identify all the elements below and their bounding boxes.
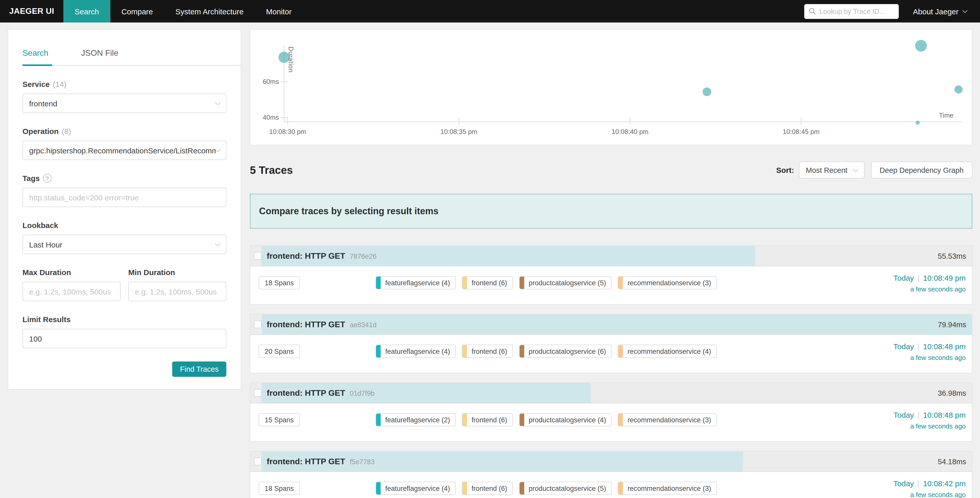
tags-input[interactable] <box>29 193 220 202</box>
max-duration-input[interactable] <box>29 287 114 296</box>
trace-title[interactable]: frontend: HTTP GET 7876e26 <box>262 251 377 260</box>
trace-count: 5 Traces <box>250 164 293 176</box>
tags-field <box>22 188 226 207</box>
service-color-swatch <box>462 413 467 426</box>
scatter-point[interactable] <box>916 121 920 125</box>
x-tick-mark <box>630 118 630 125</box>
min-duration-input[interactable] <box>135 287 220 296</box>
scatter-point[interactable] <box>915 40 927 52</box>
service-chip: frontend (6) <box>462 276 513 289</box>
trace-card-header: frontend: HTTP GET ae8341d 79.94ms <box>250 314 972 335</box>
y-tick-mark <box>281 117 288 118</box>
trace-title[interactable]: frontend: HTTP GET f5e7783 <box>262 457 375 466</box>
compare-banner: Compare traces by selecting result items <box>250 194 972 228</box>
duration-scatter-chart: Duration Time 10:08:30 pm10:08:35 pm10:0… <box>250 29 972 145</box>
limit-results-input[interactable] <box>29 334 220 343</box>
trace-relative-time: a few seconds ago <box>893 354 966 361</box>
search-sidebar: Search JSON File Service (14) frontend O… <box>8 29 241 389</box>
service-color-swatch <box>462 482 467 495</box>
x-tick-mark <box>458 118 459 125</box>
trace-relative-time: a few seconds ago <box>893 285 966 293</box>
nav-item-search[interactable]: Search <box>64 0 110 22</box>
limit-results-field <box>22 329 226 348</box>
service-color-swatch <box>618 277 623 289</box>
about-jaeger-menu[interactable]: About Jaeger <box>913 7 967 16</box>
service-label: Service (14) <box>22 80 226 88</box>
trace-title[interactable]: frontend: HTTP GET ae8341d <box>262 320 377 329</box>
trace-duration: 55.53ms <box>938 246 966 266</box>
trace-relative-time: a few seconds ago <box>893 422 966 430</box>
trace-id: ae8341d <box>350 321 377 329</box>
service-chip: productcatalogservice (6) <box>519 345 612 358</box>
service-chip: productcatalogservice (4) <box>519 413 612 426</box>
trace-duration: 79.94ms <box>938 314 966 334</box>
tabs-divider <box>22 65 241 66</box>
span-count-chip: 18 Spans <box>259 276 300 289</box>
chevron-down-icon <box>215 99 221 105</box>
trace-result-list: frontend: HTTP GET 7876e26 55.53ms 18 Sp… <box>250 246 972 498</box>
find-traces-button[interactable]: Find Traces <box>172 361 227 377</box>
trace-day: Today <box>893 273 914 282</box>
y-tick-label: 40ms <box>258 113 279 121</box>
help-icon[interactable]: ? <box>43 174 52 182</box>
operation-label: Operation (8) <box>22 127 226 136</box>
tab-json-file[interactable]: JSON File <box>81 49 118 58</box>
trace-id: 01d7f9b <box>350 389 375 397</box>
trace-card-header: frontend: HTTP GET 01d7f9b 36.98ms <box>250 383 972 404</box>
x-tick-label: 10:08:40 pm <box>594 128 666 136</box>
service-chip: recommendationservice (3) <box>618 413 717 426</box>
nav-item-compare[interactable]: Compare <box>110 0 164 22</box>
service-color-swatch <box>376 413 381 426</box>
x-tick-mark <box>287 118 288 125</box>
tab-search[interactable]: Search <box>22 49 48 58</box>
trace-checkbox[interactable] <box>254 252 262 260</box>
sort-select[interactable]: Most Recent <box>799 161 864 179</box>
trace-id-lookup-input[interactable] <box>819 7 894 15</box>
lookback-value: Last Hour <box>29 240 216 249</box>
service-color-swatch <box>519 345 524 358</box>
scatter-point[interactable] <box>955 85 963 94</box>
service-color-swatch <box>519 277 524 289</box>
trace-duration: 54.18ms <box>938 452 966 471</box>
results-header: 5 Traces Sort: Most Recent Deep Dependen… <box>250 161 972 179</box>
trace-time: 10:08:48 pm <box>923 342 966 351</box>
operation-value: grpc.hipstershop.RecommendationService/L… <box>29 146 216 155</box>
trace-card-header: frontend: HTTP GET f5e7783 54.18ms <box>250 452 972 472</box>
service-value: frontend <box>29 99 216 108</box>
about-jaeger-label: About Jaeger <box>913 7 959 16</box>
operation-select[interactable]: grpc.hipstershop.RecommendationService/L… <box>22 140 226 160</box>
span-count-chip: 15 Spans <box>259 413 300 426</box>
lookback-label: Lookback <box>22 221 226 230</box>
service-select[interactable]: frontend <box>22 94 226 113</box>
trace-checkbox[interactable] <box>254 458 262 465</box>
service-chip: productcatalogservice (5) <box>519 276 612 289</box>
nav-right: About Jaeger <box>804 0 980 22</box>
service-chip: featureflagservice (4) <box>375 482 456 495</box>
service-chip: featureflagservice (2) <box>375 413 456 426</box>
trace-checkbox[interactable] <box>254 321 262 328</box>
trace-title[interactable]: frontend: HTTP GET 01d7f9b <box>262 388 375 397</box>
trace-card-header: frontend: HTTP GET 7876e26 55.53ms <box>250 246 972 267</box>
nav-item-system-architecture[interactable]: System Architecture <box>164 0 255 22</box>
trace-time: 10:08:42 pm <box>923 479 966 488</box>
trace-card[interactable]: frontend: HTTP GET 7876e26 55.53ms 18 Sp… <box>250 246 972 305</box>
trace-card[interactable]: frontend: HTTP GET 01d7f9b 36.98ms 15 Sp… <box>250 383 972 442</box>
trace-card[interactable]: frontend: HTTP GET ae8341d 79.94ms 20 Sp… <box>250 314 972 373</box>
trace-checkbox[interactable] <box>254 389 262 397</box>
nav-item-monitor[interactable]: Monitor <box>255 0 303 22</box>
service-chip: productcatalogservice (5) <box>519 482 612 495</box>
service-chip: frontend (6) <box>462 413 513 426</box>
trace-day: Today <box>893 479 914 488</box>
trace-duration: 36.98ms <box>938 383 966 403</box>
deep-dependency-graph-button[interactable]: Deep Dependency Graph <box>871 161 972 179</box>
sort-value: Most Recent <box>806 166 847 174</box>
y-tick-mark <box>281 81 288 82</box>
lookback-select[interactable]: Last Hour <box>22 235 226 254</box>
jaeger-search-page: JAEGER UI Search Compare System Architec… <box>0 0 980 498</box>
operation-count: (8) <box>62 127 71 136</box>
service-count: (14) <box>53 80 67 88</box>
trace-card[interactable]: frontend: HTTP GET f5e7783 54.18ms 18 Sp… <box>250 451 972 498</box>
active-tab-indicator <box>22 64 52 66</box>
x-tick-mark <box>801 118 802 125</box>
scatter-point[interactable] <box>703 88 711 96</box>
